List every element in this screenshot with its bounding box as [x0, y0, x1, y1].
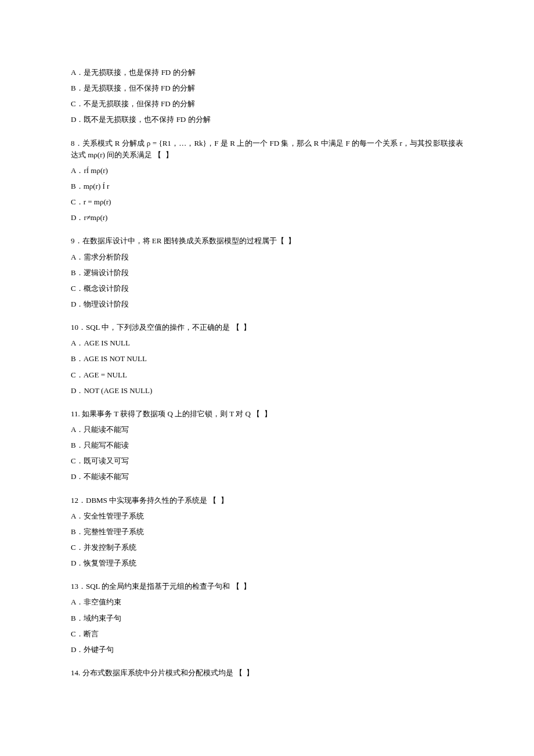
option-line: C．r = mρ(r) [71, 196, 463, 208]
option-line: C．既可读又可写 [71, 455, 463, 467]
document-page: A．是无损联接，也是保持 FD 的分解 B．是无损联接，但不保持 FD 的分解 … [0, 0, 534, 725]
question-block: 13．SQL 的全局约束是指基于元组的检查子句和 【 】 A．非空值约束 B．域… [71, 581, 463, 656]
option-line: B．逻辑设计阶段 [71, 267, 463, 279]
option-line: D．既不是无损联接，也不保持 FD 的分解 [71, 114, 463, 125]
question-stem: 10．SQL 中，下列涉及空值的操作，不正确的是 【 】 [71, 322, 463, 333]
question-stem: 14. 分布式数据库系统中分片模式和分配模式均是 【 】 [71, 667, 463, 679]
option-line: A．AGE IS NULL [71, 337, 463, 349]
option-line: D．不能读不能写 [71, 471, 463, 483]
question-block: 14. 分布式数据库系统中分片模式和分配模式均是 【 】 [71, 667, 463, 679]
option-line: C．概念设计阶段 [71, 283, 463, 294]
question-stem: 11. 如果事务 T 获得了数据项 Q 上的排它锁，则 T 对 Q 【 】 [71, 408, 463, 420]
option-line: A．需求分析阶段 [71, 251, 463, 263]
option-line: D．物理设计阶段 [71, 298, 463, 310]
question-stem: 9．在数据库设计中，将 ER 图转换成关系数据模型的过程属于【 】 [71, 235, 463, 247]
option-line: C．不是无损联接，但保持 FD 的分解 [71, 98, 463, 110]
option-line: A．是无损联接，也是保持 FD 的分解 [71, 67, 463, 78]
option-line: B．域约束子句 [71, 613, 463, 624]
option-line: D．外键子句 [71, 644, 463, 656]
option-line: A．只能读不能写 [71, 424, 463, 435]
question-block: 11. 如果事务 T 获得了数据项 Q 上的排它锁，则 T 对 Q 【 】 A．… [71, 408, 463, 483]
option-line: B．mρ(r) Í r [71, 181, 463, 192]
option-line: A．rÍ mρ(r) [71, 165, 463, 177]
option-line: B．AGE IS NOT NULL [71, 353, 463, 365]
option-line: B．是无损联接，但不保持 FD 的分解 [71, 82, 463, 94]
question-block: 12．DBMS 中实现事务持久性的子系统是 【 】 A．安全性管理子系统 B．完… [71, 495, 463, 570]
option-line: D．NOT (AGE IS NULL) [71, 385, 463, 397]
question-stem: 8．关系模式 R 分解成 ρ = {R1，…，Rk}，F 是 R 上的一个 FD… [71, 138, 463, 161]
option-line: A．安全性管理子系统 [71, 510, 463, 522]
question-block: 8．关系模式 R 分解成 ρ = {R1，…，Rk}，F 是 R 上的一个 FD… [71, 138, 463, 224]
question-stem: 12．DBMS 中实现事务持久性的子系统是 【 】 [71, 495, 463, 506]
option-line: C．AGE = NULL [71, 369, 463, 381]
option-line: D．r≠mρ(r) [71, 212, 463, 224]
option-line: C．并发控制子系统 [71, 542, 463, 553]
question-block: 9．在数据库设计中，将 ER 图转换成关系数据模型的过程属于【 】 A．需求分析… [71, 235, 463, 310]
option-line: B．只能写不能读 [71, 440, 463, 451]
option-line: A．非空值约束 [71, 596, 463, 608]
option-line: C．断言 [71, 628, 463, 640]
question-stem: 13．SQL 的全局约束是指基于元组的检查子句和 【 】 [71, 581, 463, 592]
pre-options-block: A．是无损联接，也是保持 FD 的分解 B．是无损联接，但不保持 FD 的分解 … [71, 67, 463, 126]
option-line: D．恢复管理子系统 [71, 557, 463, 569]
question-block: 10．SQL 中，下列涉及空值的操作，不正确的是 【 】 A．AGE IS NU… [71, 322, 463, 397]
option-line: B．完整性管理子系统 [71, 526, 463, 538]
